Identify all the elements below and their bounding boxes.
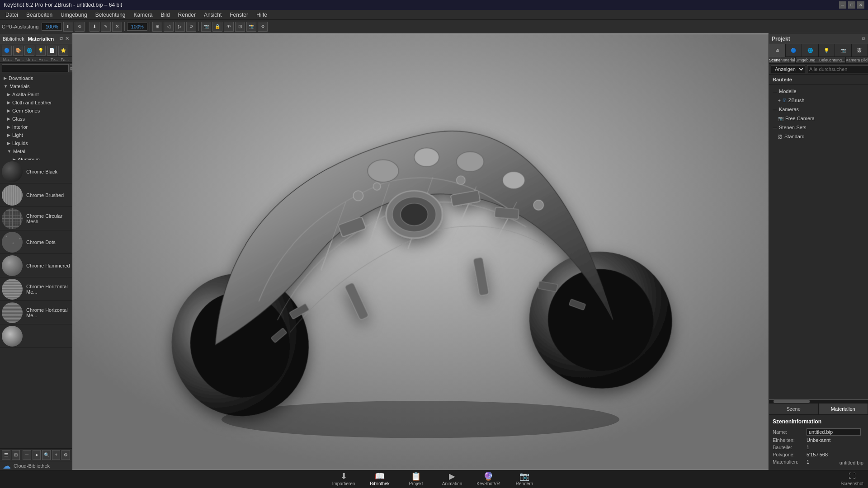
material-chrome-black[interactable]: Chrome Black — [0, 160, 72, 183]
projekt-tool[interactable]: 📋 Projekt — [398, 470, 434, 488]
animation-tool[interactable]: ▶ Animation — [434, 470, 470, 488]
anzeigen-select[interactable]: Anzeigen — [771, 65, 805, 73]
render-input[interactable] — [127, 23, 147, 31]
grid-view-btn[interactable]: ⊞ — [12, 450, 20, 460]
scene-kameras[interactable]: — Kameras — [769, 105, 868, 114]
size-small-btn[interactable]: ─ — [23, 450, 31, 460]
frame-btn[interactable]: ⊡ — [235, 22, 245, 32]
panel-close-icon[interactable]: ✕ — [65, 36, 69, 42]
screenshot-btn2[interactable]: 📸 — [246, 22, 256, 32]
material-chrome-partial[interactable] — [0, 324, 72, 348]
materialien-tab[interactable]: Materialien — [28, 36, 54, 42]
far-icon-btn[interactable]: 🎨 — [13, 46, 23, 56]
tab-scene-label[interactable]: Scene — [769, 57, 781, 63]
tab-bild-label[interactable]: Bild — [860, 57, 868, 63]
add-btn[interactable]: + — [52, 450, 61, 460]
menu-kamera[interactable]: Kamera — [130, 11, 156, 19]
lock-btn[interactable]: 🔒 — [212, 22, 222, 32]
tab-kamera-label[interactable]: Kamera — [846, 57, 861, 63]
menu-beleuchtung[interactable]: Beleuchtung — [92, 11, 129, 19]
right-panel-expand-icon[interactable]: ⧉ — [862, 36, 865, 42]
menu-datei[interactable]: Datei — [2, 11, 22, 19]
search-input[interactable] — [2, 64, 69, 72]
material-chrome-circular-mesh[interactable]: Chrome Circular Mesh — [0, 207, 72, 230]
menu-ansicht[interactable]: Ansicht — [200, 11, 225, 19]
grid-btn[interactable]: ⊞ — [152, 22, 162, 32]
scene-free-camera[interactable]: 📷 Free Camera — [769, 114, 868, 123]
rendern-tool[interactable]: 📷 Rendern — [506, 470, 542, 488]
hin-icon-btn[interactable]: 💡 — [36, 46, 46, 56]
view-btn[interactable]: 👁 — [224, 22, 234, 32]
bottom-tab-szene[interactable]: Szene — [769, 404, 819, 414]
cloud-lib-label[interactable]: Cloud-Bibliothek — [14, 463, 50, 469]
rotate-btn[interactable]: ↺ — [186, 22, 196, 32]
mat-icon-btn[interactable]: 🔵 — [2, 46, 12, 56]
tab-material-icon[interactable]: 🔵 — [786, 44, 802, 57]
fa-icon-btn[interactable]: ⭐ — [58, 46, 68, 56]
screenshot-button[interactable]: ⛶ Screenshot — [840, 472, 863, 486]
importieren-tool[interactable]: ⬇ Importieren — [326, 470, 362, 488]
material-chrome-horizontal1[interactable]: Chrome Horizontal Me... — [0, 277, 72, 301]
menu-render[interactable]: Render — [175, 11, 199, 19]
edit-btn[interactable]: ✎ — [101, 22, 111, 32]
menu-fenster[interactable]: Fenster — [226, 11, 252, 19]
tree-downloads[interactable]: ▶Downloads — [0, 74, 72, 82]
tree-aluminum[interactable]: ▶Aluminum — [0, 155, 72, 160]
material-chrome-dots[interactable]: Chrome Dots — [0, 230, 72, 254]
panel-detach-icon[interactable]: ⧉ — [60, 36, 63, 42]
tree-liquids[interactable]: ▶Liquids — [0, 139, 72, 147]
pause-btn[interactable]: ⏸ — [63, 22, 73, 32]
tree-axalta[interactable]: ▶Axalta Paint — [0, 90, 72, 99]
cam-btn[interactable]: 📷 — [201, 22, 211, 32]
tab-umgebung-label[interactable]: Umgebung... — [796, 57, 820, 63]
scene-standard[interactable]: 🖼 Standard — [769, 132, 868, 141]
tree-glass[interactable]: ▶Glass — [0, 115, 72, 123]
zbrush-checkbox-icon[interactable]: ☑ — [783, 98, 787, 103]
delete-btn[interactable]: ✕ — [112, 22, 122, 32]
tab-camera-icon[interactable]: 📷 — [835, 44, 852, 57]
material-chrome-horizontal2[interactable]: Chrome Horizontal Me... — [0, 301, 72, 324]
te-icon-btn[interactable]: 📄 — [47, 46, 57, 56]
keyshotvr-tool[interactable]: 🔮 KeyShotVR — [470, 470, 506, 488]
menu-bild[interactable]: Bild — [157, 11, 174, 19]
tab-scene-icon[interactable]: 🖥 — [769, 44, 786, 57]
material-chrome-hammered[interactable]: Chrome Hammered — [0, 254, 72, 277]
tab-beleuchtung-label[interactable]: Beleuchtung... — [819, 57, 846, 63]
tree-metal[interactable]: ▼Metal — [0, 147, 72, 155]
menu-hilfe[interactable]: Hilfe — [253, 11, 271, 19]
tab-lighting-icon[interactable]: 💡 — [819, 44, 835, 57]
close-button[interactable]: ✕ — [857, 1, 864, 9]
import-btn[interactable]: ⬇ — [90, 22, 99, 32]
um-icon-btn[interactable]: 🌐 — [24, 46, 34, 56]
refresh-btn[interactable]: ↻ — [75, 22, 85, 32]
minimize-button[interactable]: ─ — [839, 1, 846, 9]
menu-umgebung[interactable]: Umgebung — [57, 11, 91, 19]
tree-light[interactable]: ▶Light — [0, 131, 72, 139]
bibliothek-tool[interactable]: 📖 Bibliothek — [362, 470, 398, 488]
maximize-button[interactable]: □ — [848, 1, 855, 9]
h-scroll[interactable] — [769, 399, 868, 403]
tab-image-icon[interactable]: 🖼 — [852, 44, 868, 57]
tree-cloth[interactable]: ▶Cloth and Leather — [0, 99, 72, 107]
material-chrome-brushed[interactable]: Chrome Brushed — [0, 183, 72, 207]
settings-btn[interactable]: ⚙ — [258, 22, 268, 32]
tree-interior[interactable]: ▶Interior — [0, 123, 72, 131]
nav-btn1[interactable]: ◁ — [164, 22, 174, 32]
tree-materials[interactable]: ▼Materials — [0, 82, 72, 90]
nav-btn2[interactable]: ▷ — [175, 22, 185, 32]
cpu-input[interactable] — [42, 23, 62, 31]
list-view-btn[interactable]: ☰ — [2, 450, 10, 460]
size-large-btn[interactable]: ● — [33, 450, 41, 460]
name-value[interactable] — [807, 428, 861, 436]
tree-gems[interactable]: ▶Gem Stones — [0, 107, 72, 115]
options-btn[interactable]: ⚙ — [61, 450, 70, 460]
scene-search-input[interactable] — [807, 65, 868, 73]
bottom-tab-materialien[interactable]: Materialien — [819, 404, 868, 414]
tab-environment-icon[interactable]: 🌐 — [802, 44, 819, 57]
tab-material-label[interactable]: Material — [781, 57, 796, 63]
menu-bearbeiten[interactable]: Bearbeiten — [23, 11, 56, 19]
scene-stenen-sets[interactable]: — Stenen-Sets — [769, 123, 868, 132]
search-bottom-btn[interactable]: 🔍 — [42, 450, 51, 460]
scene-zbrush-row[interactable]: + ☑ ZBrush — [769, 96, 868, 105]
bibliothek-tab[interactable]: Bibliothek — [3, 36, 24, 42]
